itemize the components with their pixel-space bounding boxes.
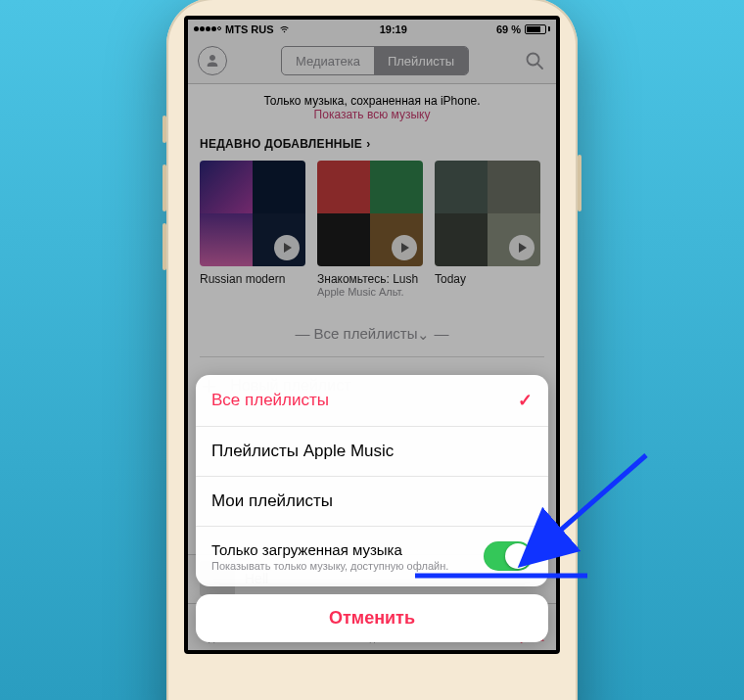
sheet-option-subtitle: Показывать только музыку, доступную офла… (211, 560, 448, 572)
playlist-card-title: Знакомьтесь: Lush (317, 272, 423, 286)
phone-side-button (163, 223, 166, 270)
sheet-option-label: Все плейлисты (211, 391, 329, 410)
playlist-card[interactable]: Russian modern (200, 161, 305, 298)
library-segmented-control[interactable]: Медиатека Плейлисты (281, 46, 469, 75)
segment-playlists[interactable]: Плейлисты (374, 47, 468, 74)
show-all-music-link[interactable]: Показать всю музыку (314, 108, 431, 121)
playlist-artwork (317, 161, 423, 266)
playlist-card-title: Russian modern (200, 272, 305, 286)
battery-icon (525, 24, 550, 34)
signal-dots-icon (194, 26, 221, 31)
sheet-option-label: Мои плейлисты (211, 491, 333, 511)
recently-added-row[interactable]: Russian modern Знакомьтесь: Lush (188, 161, 556, 307)
downloaded-only-toggle[interactable] (484, 541, 533, 571)
play-icon[interactable] (274, 235, 300, 260)
phone-screen: MTS RUS 19:19 69 % (184, 16, 560, 654)
checkmark-icon: ✓ (518, 390, 533, 411)
status-bar: MTS RUS 19:19 69 % (188, 20, 556, 39)
filter-info-text: Только музыка, сохраненная на iPhone. (196, 94, 548, 108)
playlist-card-title: Today (435, 272, 540, 286)
play-icon[interactable] (392, 235, 417, 260)
recently-added-header[interactable]: НЕДАВНО ДОБАВЛЕННЫЕ › (188, 133, 556, 161)
playlist-card[interactable]: Знакомьтесь: Lush Apple Music Альт. (317, 161, 423, 298)
filter-info: Только музыка, сохраненная на iPhone. По… (188, 84, 556, 133)
phone-frame: MTS RUS 19:19 69 % (166, 0, 578, 700)
playlist-card[interactable]: Today (435, 161, 540, 298)
playlist-artwork (435, 161, 540, 266)
svg-line-1 (537, 64, 542, 69)
phone-side-button (578, 155, 581, 211)
sheet-option-apple-music[interactable]: Плейлисты Apple Music (196, 426, 548, 476)
sheet-option-label: Только загруженная музыка (211, 541, 448, 558)
sheet-option-my-playlists[interactable]: Мои плейлисты (196, 476, 548, 526)
sheet-option-all-playlists[interactable]: Все плейлисты ✓ (196, 375, 548, 426)
play-icon[interactable] (509, 235, 535, 260)
playlist-card-subtitle: Apple Music Альт. (317, 286, 423, 298)
toggle-knob (505, 543, 531, 569)
profile-button[interactable] (198, 46, 227, 75)
battery-percent: 69 % (496, 23, 521, 35)
person-icon (204, 52, 221, 70)
cancel-button[interactable]: Отменить (196, 594, 548, 642)
clock: 19:19 (380, 23, 407, 35)
wifi-icon (278, 24, 291, 34)
page-backdrop: MTS RUS 19:19 69 % (0, 0, 744, 700)
sheet-option-downloaded-only[interactable]: Только загруженная музыка Показывать тол… (196, 526, 548, 586)
phone-side-button (163, 116, 166, 143)
segment-library[interactable]: Медиатека (282, 47, 374, 74)
chevron-down-icon: ⌄ (417, 326, 430, 344)
action-sheet-options: Все плейлисты ✓ Плейлисты Apple Music Мо… (196, 375, 548, 586)
action-sheet: Все плейлисты ✓ Плейлисты Apple Music Мо… (196, 375, 548, 642)
cancel-label: Отменить (329, 608, 415, 628)
all-playlists-label: Все плейлисты (314, 325, 418, 342)
phone-side-button (163, 164, 166, 211)
carrier-label: MTS RUS (225, 23, 274, 35)
playlist-artwork (200, 161, 305, 266)
nav-bar: Медиатека Плейлисты (188, 39, 556, 84)
chevron-right-icon: › (366, 137, 370, 151)
all-playlists-dropdown[interactable]: — Все плейлисты ⌄ — (188, 307, 556, 356)
sheet-option-label: Плейлисты Apple Music (211, 442, 394, 461)
recently-added-label: НЕДАВНО ДОБАВЛЕННЫЕ (200, 137, 362, 151)
search-icon[interactable] (523, 49, 546, 72)
